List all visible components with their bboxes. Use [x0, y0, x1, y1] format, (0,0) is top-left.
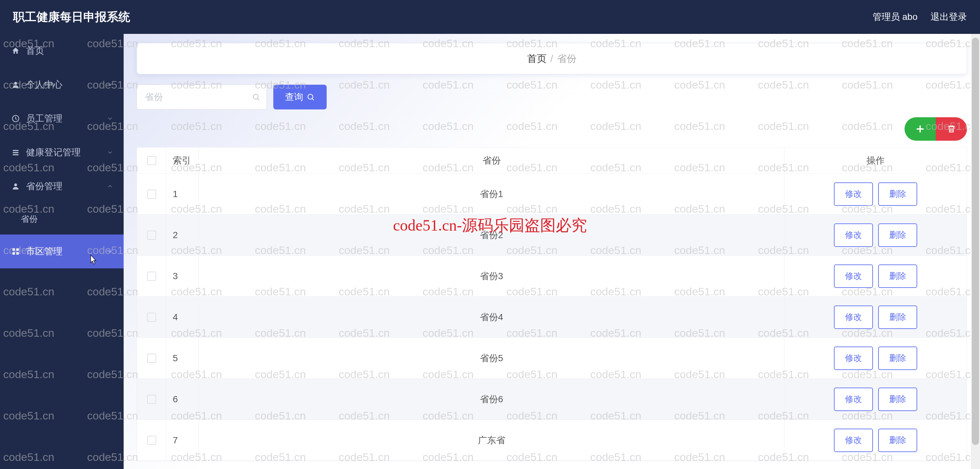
- row-checkbox[interactable]: [147, 272, 156, 281]
- row-name: 省份3: [199, 256, 784, 297]
- row-checkbox[interactable]: [147, 354, 156, 363]
- sidebar-sub-label: 省份: [21, 213, 38, 225]
- header-right: 管理员 abo 退出登录: [873, 11, 967, 23]
- sidebar-item-health[interactable]: 健康登记管理: [0, 136, 124, 169]
- svg-rect-2: [13, 150, 18, 151]
- list-icon: [10, 148, 21, 157]
- edit-button[interactable]: 修改: [834, 388, 873, 411]
- row-name: 省份6: [199, 379, 784, 420]
- svg-rect-3: [13, 152, 18, 153]
- search-input[interactable]: [137, 85, 267, 109]
- app-header: 职工健康每日申报系统 管理员 abo 退出登录: [0, 0, 980, 34]
- sidebar-item-profile[interactable]: 个人中心: [0, 68, 124, 102]
- svg-rect-8: [12, 252, 15, 255]
- edit-button[interactable]: 修改: [834, 265, 873, 288]
- row-checkbox[interactable]: [147, 313, 156, 322]
- row-index: 6: [166, 379, 199, 420]
- sidebar-item-district[interactable]: 市区管理: [0, 234, 124, 268]
- sidebar-item-label: 首页: [26, 45, 44, 57]
- edit-button[interactable]: 修改: [834, 346, 873, 370]
- search-row: 查询: [137, 85, 967, 109]
- delete-button[interactable]: 删除: [878, 429, 917, 452]
- row-index: 4: [166, 297, 199, 337]
- svg-rect-6: [12, 248, 15, 251]
- logout-link[interactable]: 退出登录: [931, 11, 967, 23]
- svg-point-0: [14, 82, 17, 85]
- edit-button[interactable]: 修改: [834, 182, 873, 206]
- chevron-up-icon: [107, 183, 113, 190]
- delete-button[interactable]: 删除: [878, 182, 917, 206]
- row-index: 1: [166, 174, 199, 214]
- row-name: 省份2: [199, 215, 784, 255]
- row-checkbox[interactable]: [147, 231, 156, 240]
- add-button[interactable]: [905, 117, 936, 141]
- sidebar-item-label: 员工管理: [26, 112, 62, 125]
- breadcrumb-separator: /: [550, 53, 553, 64]
- col-header-index: 索引: [166, 148, 199, 173]
- sidebar-sub-province[interactable]: 省份: [0, 203, 124, 234]
- user-icon: [10, 80, 21, 89]
- svg-point-11: [308, 94, 313, 99]
- chevron-down-icon: [107, 149, 113, 156]
- sidebar-item-label: 省份管理: [26, 180, 62, 193]
- clock-icon: [10, 114, 21, 123]
- row-index: 2: [166, 215, 199, 255]
- user-icon: [10, 182, 21, 190]
- chevron-down-icon: [107, 81, 113, 88]
- row-name: 省份4: [199, 297, 784, 337]
- row-name: 省份1: [199, 174, 784, 214]
- svg-point-10: [253, 94, 258, 99]
- delete-button[interactable]: 删除: [878, 346, 917, 370]
- breadcrumb: 首页 / 省份: [137, 43, 967, 74]
- query-button[interactable]: 查询: [273, 85, 327, 109]
- edit-button[interactable]: 修改: [834, 306, 873, 329]
- row-checkbox[interactable]: [147, 436, 156, 445]
- row-index: 3: [166, 256, 199, 297]
- delete-button[interactable]: 删除: [878, 388, 917, 411]
- bulk-delete-button[interactable]: [936, 117, 967, 141]
- trash-icon: [947, 124, 956, 134]
- delete-button[interactable]: 删除: [878, 265, 917, 288]
- table-row: 6 省份6 修改 删除: [137, 379, 967, 420]
- breadcrumb-home[interactable]: 首页: [527, 52, 547, 65]
- vertical-scrollbar[interactable]: [971, 34, 980, 469]
- sidebar-item-province[interactable]: 省份管理: [0, 169, 124, 203]
- main-content: 首页 / 省份 查询: [124, 34, 980, 469]
- sidebar-item-label: 个人中心: [26, 78, 62, 91]
- table-row: 3 省份3 修改 删除: [137, 256, 967, 297]
- table-row: 2 省份2 修改 删除: [137, 215, 967, 256]
- table-row: 4 省份4 修改 删除: [137, 297, 967, 338]
- chevron-down-icon: [107, 115, 113, 122]
- table-row: 1 省份1 修改 删除: [137, 174, 967, 215]
- row-index: 7: [166, 420, 199, 461]
- checkbox-all[interactable]: [147, 156, 156, 165]
- home-icon: [10, 46, 21, 55]
- svg-rect-4: [13, 154, 18, 155]
- delete-button[interactable]: 删除: [878, 306, 917, 329]
- scrollbar-thumb[interactable]: [972, 38, 979, 445]
- svg-rect-7: [16, 248, 19, 251]
- col-header-name: 省份: [199, 148, 784, 173]
- breadcrumb-current: 省份: [557, 52, 576, 65]
- search-icon: [307, 93, 315, 101]
- row-index: 5: [166, 338, 199, 378]
- table-row: 7 广东省 修改 删除: [137, 420, 967, 461]
- data-table: 索引 省份 操作 1 省份1 修改 删除 2 省份2 修改 删除 3 省份3 修…: [137, 147, 967, 461]
- sidebar: 首页 个人中心 员工管理 健康登记管理: [0, 34, 124, 469]
- svg-rect-9: [16, 252, 19, 255]
- row-name: 省份5: [199, 338, 784, 378]
- edit-button[interactable]: 修改: [834, 429, 873, 452]
- edit-button[interactable]: 修改: [834, 223, 873, 247]
- table-row: 5 省份5 修改 删除: [137, 338, 967, 379]
- query-button-label: 查询: [285, 91, 303, 103]
- category-icon: [10, 247, 21, 256]
- sidebar-item-employee[interactable]: 员工管理: [0, 102, 124, 136]
- sidebar-item-label: 市区管理: [26, 245, 62, 258]
- row-checkbox[interactable]: [147, 190, 156, 199]
- row-checkbox[interactable]: [147, 395, 156, 404]
- delete-button[interactable]: 删除: [878, 223, 917, 247]
- sidebar-item-home[interactable]: 首页: [0, 34, 124, 68]
- sidebar-item-label: 健康登记管理: [26, 146, 81, 159]
- bulk-action-row: [137, 117, 967, 141]
- current-user-label[interactable]: 管理员 abo: [873, 11, 918, 23]
